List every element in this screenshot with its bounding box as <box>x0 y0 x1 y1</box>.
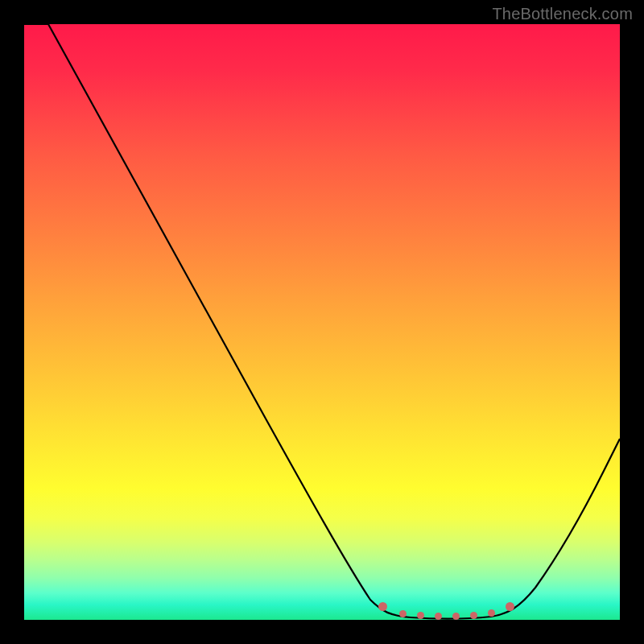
optimal-zone-marker <box>399 610 407 617</box>
watermark: TheBottleneck.com <box>492 5 633 23</box>
curve-path <box>24 24 620 618</box>
optimal-zone-start-marker <box>378 602 387 611</box>
optimal-zone-marker <box>470 612 477 619</box>
optimal-zone-marker <box>417 612 424 619</box>
bottleneck-curve <box>24 24 620 620</box>
optimal-zone-marker <box>488 609 495 617</box>
optimal-zone-end-marker <box>506 602 514 611</box>
optimal-zone-marker <box>435 613 442 620</box>
optimal-zone-marker <box>452 613 460 620</box>
